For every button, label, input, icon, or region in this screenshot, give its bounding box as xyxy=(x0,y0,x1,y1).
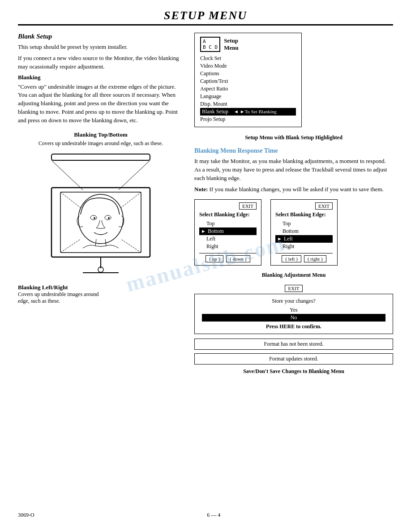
page-footer: 3069-O 6 — 4 xyxy=(18,512,393,519)
adj-item-bottom-right: Bottom xyxy=(275,227,333,235)
adj-menus-row: EXIT Select Blanking Edge: Top ►Bottom L… xyxy=(194,199,393,266)
blank-setup-para2: If you connect a new video source to the… xyxy=(18,54,184,71)
save-yes-item[interactable]: Yes xyxy=(202,306,385,314)
adj-item-left-left: Left xyxy=(199,235,257,243)
adj-menu-left: EXIT Select Blanking Edge: Top ►Bottom L… xyxy=(194,199,261,266)
blanking-lr: Blanking Left/Right Covers up undesirabl… xyxy=(18,284,184,305)
blanking-heading: Blanking xyxy=(18,74,184,81)
setup-menu-title: Setup Menu xyxy=(224,37,239,51)
exit-btn-save[interactable]: EXIT xyxy=(285,285,302,292)
adj-item-right-right: Right xyxy=(275,243,333,250)
adj-menu-right: EXIT Select Blanking Edge: Top Bottom ►L… xyxy=(270,199,338,266)
svg-line-15 xyxy=(121,239,141,253)
menu-item-projo-setup: Projo Setup xyxy=(200,116,296,123)
adj-menu-left-controls: ( up ) ( down ) xyxy=(199,253,257,262)
save-caption: Save/Don't Save Changes to Blanking Menu xyxy=(194,368,393,375)
exit-btn-left[interactable]: EXIT xyxy=(239,202,257,210)
response-heading: Blanking Menu Response Time xyxy=(194,147,393,154)
arrow-icon-left: ► xyxy=(201,228,206,234)
svg-point-9 xyxy=(108,217,110,219)
left-column: Blank Setup This setup should be preset … xyxy=(18,33,184,375)
adj-item-bottom-left[interactable]: ►Bottom xyxy=(199,227,257,235)
adj-item-top-right: Top xyxy=(275,220,333,227)
blanking-diagram-svg xyxy=(38,150,163,279)
adj-menu-right-controls: ( left ) ( right ) xyxy=(275,253,333,262)
svg-line-11 xyxy=(105,239,106,246)
svg-line-10 xyxy=(95,239,96,246)
blanking-lr-title: Blanking Left/Right xyxy=(18,284,184,291)
menu-item-captions: Captions xyxy=(200,70,296,77)
adj-menu-left-items: Top ►Bottom Left Right xyxy=(199,220,257,250)
adj-menu-right-exit: EXIT xyxy=(275,202,333,210)
menu-item-aspect-ratio: Aspect Ratio xyxy=(200,85,296,93)
setup-menu-box: AB C D Setup Menu Clock Set Video Mode C… xyxy=(194,33,302,127)
title-rule xyxy=(18,24,393,26)
down-btn[interactable]: ( down ) xyxy=(226,255,250,262)
set-blanking-btn: ◄ ►To Set Blanking xyxy=(231,108,279,115)
save-exit-row: EXIT xyxy=(194,285,393,292)
page-title: SETUP MENU xyxy=(18,9,393,22)
blanking-lr-desc: Covers up undesirable images around edge… xyxy=(18,291,107,305)
blanking-text: "Covers up" undesirable images at the ex… xyxy=(18,83,184,125)
menu-item-blank-setup[interactable]: Blank Setup ◄ ►To Set Blanking xyxy=(200,108,296,116)
svg-line-13 xyxy=(60,239,81,253)
save-box-title: Store your changes? xyxy=(202,298,385,305)
diagram-title: Blanking Top/Bottom xyxy=(18,131,184,138)
svg-rect-0 xyxy=(51,154,150,160)
setup-menu-caption: Setup Menu with Blank Setup Highlighted xyxy=(194,134,393,141)
setup-icon: AB C D xyxy=(200,37,220,52)
up-btn[interactable]: ( up ) xyxy=(206,255,223,262)
response-note: Note: If you make blanking changes, you … xyxy=(194,185,393,194)
response-para1: It may take the Monitor, as you make bla… xyxy=(194,157,393,183)
svg-line-12 xyxy=(60,192,81,208)
section-heading-blank-setup: Blank Setup xyxy=(18,33,184,40)
save-section: EXIT Store your changes? Yes No Press HE… xyxy=(194,285,393,375)
menu-item-clock-set: Clock Set xyxy=(200,55,296,62)
blank-setup-para1: This setup should be preset by system in… xyxy=(18,43,184,51)
svg-line-14 xyxy=(121,192,141,208)
right-column: AB C D Setup Menu Clock Set Video Mode C… xyxy=(194,33,393,375)
diagram-area: Blanking Top/Bottom Covers up undesirabl… xyxy=(18,131,184,279)
svg-point-5 xyxy=(78,194,123,244)
adj-caption: Blanking Adjustment Menu xyxy=(194,272,393,279)
save-no-item[interactable]: No xyxy=(202,314,385,322)
right-btn[interactable]: ( right ) xyxy=(304,255,326,262)
menu-item-caption-text: Caption/Text xyxy=(200,77,296,85)
menu-item-video-mode: Video Mode xyxy=(200,62,296,70)
svg-point-8 xyxy=(94,217,95,219)
adj-menu-left-title: Select Blanking Edge: xyxy=(199,211,257,218)
exit-btn-right[interactable]: EXIT xyxy=(315,202,333,210)
adj-menu-left-exit: EXIT xyxy=(199,202,257,210)
footer-left: 3069-O xyxy=(18,512,34,519)
svg-point-6 xyxy=(90,215,97,220)
info-box-stored: Format updates stored. xyxy=(194,353,393,365)
save-box-items: Yes No xyxy=(202,306,385,322)
content-columns: Blank Setup This setup should be preset … xyxy=(18,33,393,375)
menu-item-language: Language xyxy=(200,93,296,100)
setup-menu-header: AB C D Setup Menu xyxy=(200,37,296,52)
left-btn[interactable]: ( left ) xyxy=(282,255,301,262)
svg-point-7 xyxy=(105,215,111,220)
menu-item-disp-mount: Disp. Mount xyxy=(200,100,296,108)
save-confirm-text: Press HERE to confirm. xyxy=(202,323,385,330)
adj-menu-right-title: Select Blanking Edge: xyxy=(275,211,333,218)
info-box-not-stored: Format has not been stored. xyxy=(194,339,393,350)
adj-menu-right-items: Top Bottom ►Left Right xyxy=(275,220,333,250)
diagram-subtitle: Covers up undesirable images around edge… xyxy=(18,140,184,147)
adj-menus-section: EXIT Select Blanking Edge: Top ►Bottom L… xyxy=(194,199,393,279)
setup-menu-items: Clock Set Video Mode Captions Caption/Te… xyxy=(200,55,296,123)
setup-menu-container: AB C D Setup Menu Clock Set Video Mode C… xyxy=(194,33,393,141)
adj-item-left-right[interactable]: ►Left xyxy=(275,235,333,243)
svg-line-1 xyxy=(51,160,83,190)
save-box: Store your changes? Yes No Press HERE to… xyxy=(194,294,393,334)
svg-line-2 xyxy=(119,160,150,190)
page: manualslib.com SETUP MENU Blank Setup Th… xyxy=(0,0,411,532)
adj-item-top-left: Top xyxy=(199,220,257,227)
footer-center: 6 — 4 xyxy=(207,512,220,519)
adj-item-right-left: Right xyxy=(199,243,257,250)
arrow-icon-right: ► xyxy=(277,236,282,241)
